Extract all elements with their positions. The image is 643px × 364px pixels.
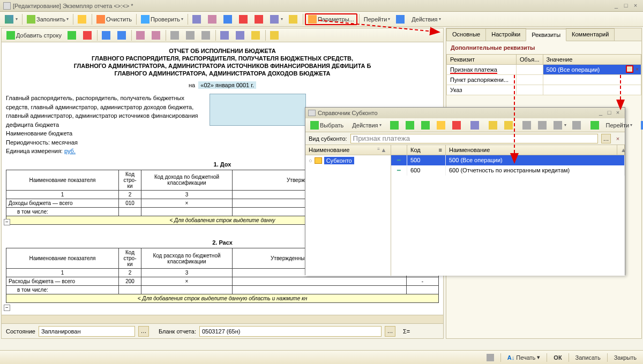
delete-row-button[interactable]	[80, 29, 95, 41]
h-scrollbar[interactable]	[2, 315, 443, 323]
dlg-help[interactable]	[638, 119, 643, 131]
fill-button[interactable]: Заполнить▾	[24, 13, 71, 25]
list-item[interactable]: ━ 500 500 (Все операции)	[391, 155, 625, 165]
actions-button[interactable]: Действия▾	[409, 13, 443, 25]
dlg-btn-12[interactable]	[570, 119, 585, 131]
clear-filter-button[interactable]	[183, 29, 198, 41]
save-button[interactable]: Записать	[575, 354, 601, 361]
tool-btn-5[interactable]	[267, 29, 282, 41]
minimize-button[interactable]: _	[612, 2, 620, 10]
form-picker[interactable]: …	[385, 326, 395, 337]
hint-row[interactable]: < Для добавления строк выделите данную о…	[6, 294, 439, 303]
info-input-box[interactable]	[210, 94, 306, 126]
icon-btn-2[interactable]	[205, 13, 220, 25]
value-clear-button[interactable]: ×	[634, 65, 640, 73]
form-input[interactable]	[199, 326, 382, 337]
tool-btn-4[interactable]	[249, 29, 264, 41]
report-date: на «02» января 0001 г.	[6, 82, 439, 88]
footer-icon-1[interactable]	[487, 354, 494, 361]
dlg-btn-3[interactable]	[418, 119, 433, 131]
icon-btn-4[interactable]	[236, 13, 251, 25]
list-item[interactable]: ━ 600 600 (Отчетность по иностранным кре…	[391, 165, 625, 176]
dlg-btn-6[interactable]	[468, 119, 483, 131]
dialog-icon	[308, 110, 316, 116]
ok-button[interactable]: ОК	[554, 354, 562, 361]
filter-button[interactable]	[168, 29, 183, 41]
unit-link[interactable]: руб.	[64, 148, 76, 154]
value-picker-button[interactable]: …	[626, 65, 633, 73]
tab-comment[interactable]: Комментарий	[566, 28, 615, 41]
filter-input[interactable]	[350, 134, 598, 143]
close-button[interactable]: Закрыть	[614, 354, 637, 361]
tool-btn-2[interactable]	[218, 29, 233, 41]
dlg-goto[interactable]: Перейти▾	[603, 119, 635, 131]
dialog-close[interactable]: ×	[614, 109, 622, 117]
icon-btn-5[interactable]	[252, 13, 267, 25]
col-req[interactable]: Реквизит	[447, 55, 517, 65]
dlg-btn-11[interactable]: ▾	[551, 119, 569, 131]
table-row[interactable]: Пункт распоряжени...	[447, 75, 641, 85]
down-button[interactable]	[115, 29, 130, 41]
dlg-btn-7[interactable]	[486, 119, 501, 131]
goto-button[interactable]: Перейти▾	[361, 13, 393, 25]
icon-btn-6[interactable]: ▾	[267, 13, 286, 25]
dlg-btn-2[interactable]	[403, 119, 418, 131]
clear-button[interactable]: Очистить	[94, 13, 134, 25]
sigma-button[interactable]: ▾	[2, 13, 20, 25]
table-row[interactable]: Расходы бюджета — всего 200 × -	[6, 277, 439, 286]
dialog-actions[interactable]: Действия▾	[349, 119, 384, 131]
dlg-btn-4[interactable]	[434, 119, 449, 131]
dialog-maximize[interactable]: □	[605, 109, 614, 117]
col-name[interactable]: Наименование	[446, 145, 617, 155]
icon-btn-7[interactable]	[286, 13, 301, 25]
tree-toggle-1[interactable]: −	[4, 219, 10, 225]
pencil-button[interactable]	[75, 13, 90, 25]
dialog-minimize[interactable]: _	[596, 109, 605, 117]
col-code[interactable]: Код≡	[407, 145, 446, 155]
icon-btn-3[interactable]	[221, 13, 236, 25]
sort-az-button[interactable]	[133, 29, 148, 41]
table-row[interactable]: Признак платежа 500 (Все операции) … ×	[447, 65, 641, 75]
filter-picker[interactable]: …	[601, 134, 611, 143]
filter-clear[interactable]: ×	[614, 135, 622, 142]
help-button[interactable]	[393, 13, 408, 25]
report-title-4: ГЛАВНОГО АДМИНИСТРАТОРА, АДМИНИСТРАТОРА …	[6, 70, 439, 77]
th-expense: Код расхода по бюджетной классификации	[141, 248, 233, 269]
table-row[interactable]: Указ	[447, 85, 641, 95]
tool-btn-3[interactable]	[233, 29, 248, 41]
dlg-refresh[interactable]	[588, 119, 603, 131]
add-row-button[interactable]: Добавить строку	[4, 29, 64, 41]
window-title: [Редактирование] Экземпляр отчета <>:<> …	[13, 3, 612, 9]
bottom-panel: Состояние … Бланк отчета: … Σ=	[2, 323, 443, 338]
dlg-btn-5[interactable]	[450, 119, 465, 131]
state-input[interactable]	[39, 326, 135, 337]
col-val[interactable]: Значение	[543, 55, 641, 65]
dlg-btn-10[interactable]	[535, 119, 550, 131]
col-obj[interactable]: Объя...	[517, 55, 543, 65]
tree-item[interactable]: ○ Субконто	[305, 155, 391, 166]
select-button[interactable]: Выбрать	[308, 119, 346, 131]
table-row[interactable]: в том числе:	[6, 286, 439, 294]
tool-btn-1[interactable]	[199, 29, 214, 41]
state-picker[interactable]: …	[138, 326, 149, 337]
sort-za-button[interactable]	[149, 29, 164, 41]
th-line: Код стро-ки	[119, 170, 141, 190]
dlg-btn-8[interactable]	[502, 119, 517, 131]
close-button[interactable]: ×	[631, 2, 640, 10]
tree-toggle-2[interactable]: −	[4, 305, 10, 311]
icon-btn-1[interactable]	[190, 13, 205, 25]
tab-main[interactable]: Основные	[446, 28, 486, 41]
copy-row-button[interactable]	[65, 29, 80, 41]
date-value[interactable]: «02» января 0001 г.	[198, 81, 256, 89]
tree-header[interactable]: Наименование	[309, 147, 349, 153]
tab-requisites[interactable]: Реквизиты	[526, 29, 566, 41]
tab-settings[interactable]: Настройки	[485, 28, 526, 41]
print-button[interactable]: A↓Печать▾	[507, 354, 541, 361]
footer: A↓Печать▾ ОК Записать Закрыть	[0, 350, 643, 364]
params-button[interactable]: Параметры...	[305, 13, 357, 25]
up-button[interactable]	[99, 29, 114, 41]
dlg-btn-9[interactable]	[520, 119, 535, 131]
check-button[interactable]: Проверить▾	[138, 13, 186, 25]
maximize-button[interactable]: □	[622, 2, 630, 10]
dlg-btn-1[interactable]	[387, 119, 402, 131]
